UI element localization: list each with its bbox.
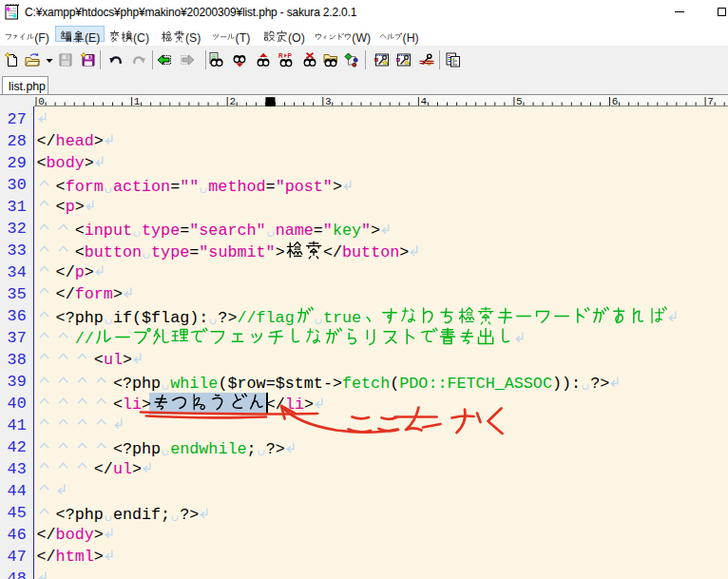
svg-text:3: 3	[325, 96, 332, 107]
svg-text:6: 6	[612, 96, 619, 107]
svg-text:4: 4	[421, 96, 428, 107]
svg-text:P: P	[288, 52, 293, 59]
svg-text:2: 2	[229, 96, 236, 107]
svg-text:0: 0	[38, 96, 45, 107]
svg-text:1: 1	[134, 96, 141, 107]
svg-text:5: 5	[516, 96, 523, 107]
svg-text:7: 7	[707, 96, 714, 107]
svg-text:R: R	[278, 52, 283, 59]
